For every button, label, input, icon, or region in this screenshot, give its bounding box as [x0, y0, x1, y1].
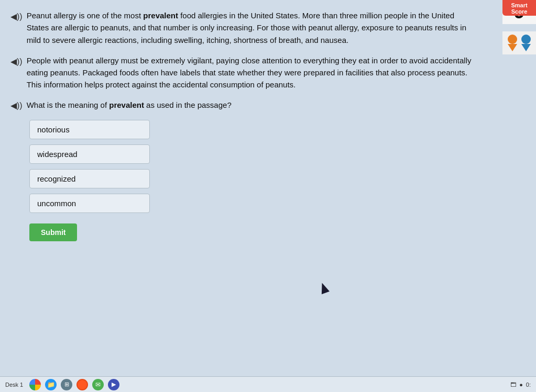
taskbar-right: 🗔 ● 0: [510, 382, 531, 388]
submit-button[interactable]: Submit [29, 223, 77, 241]
taskbar-indicator: 🗔 [510, 382, 516, 388]
ribbon-area [502, 31, 536, 54]
smart-score-panel: Smart Score 9 [502, 0, 536, 24]
paragraph-1-text: Peanut allergy is one of the most preval… [27, 9, 477, 46]
ribbon-blue [520, 35, 532, 51]
taskbar: Desk 1 📁 ⊞ ✉ ▶ 🗔 ● 0: [0, 376, 536, 392]
desk-label: Desk 1 [5, 382, 23, 388]
question-text: What is the meaning of prevalent as used… [27, 100, 232, 109]
main-content: Smart Score 9 ◀)) Peanut allergy is one … [0, 0, 536, 376]
video-icon[interactable]: ▶ [108, 379, 119, 390]
smart-score-badge: Smart Score [502, 0, 536, 16]
answer-uncommon[interactable]: uncommon [29, 194, 150, 213]
answer-options: notorious widespread recognized uncommon [29, 120, 526, 213]
answer-notorious[interactable]: notorious [29, 120, 150, 139]
speaker-icon-1[interactable]: ◀)) [10, 10, 23, 24]
speaker-icon-question[interactable]: ◀)) [10, 100, 23, 110]
grid-icon[interactable]: ⊞ [61, 379, 72, 390]
ribbon-gold [507, 35, 518, 51]
chrome-icon[interactable] [29, 379, 41, 390]
taskbar-settings[interactable]: ● [519, 382, 523, 388]
paragraph-2-text: People with peanut allergy must be extre… [27, 54, 477, 91]
speaker-icon-2[interactable]: ◀)) [10, 55, 23, 69]
files-icon[interactable]: 📁 [45, 379, 57, 390]
taskbar-time: 0: [526, 382, 531, 388]
mail-icon[interactable]: ✉ [92, 379, 104, 390]
paragraph-2: ◀)) People with peanut allergy must be e… [10, 54, 526, 91]
answer-widespread[interactable]: widespread [29, 144, 150, 164]
answer-recognized[interactable]: recognized [29, 169, 150, 188]
orange-icon[interactable] [76, 379, 88, 390]
question-row: ◀)) What is the meaning of prevalent as … [10, 99, 526, 110]
paragraph-1: ◀)) Peanut allergy is one of the most pr… [10, 9, 526, 46]
